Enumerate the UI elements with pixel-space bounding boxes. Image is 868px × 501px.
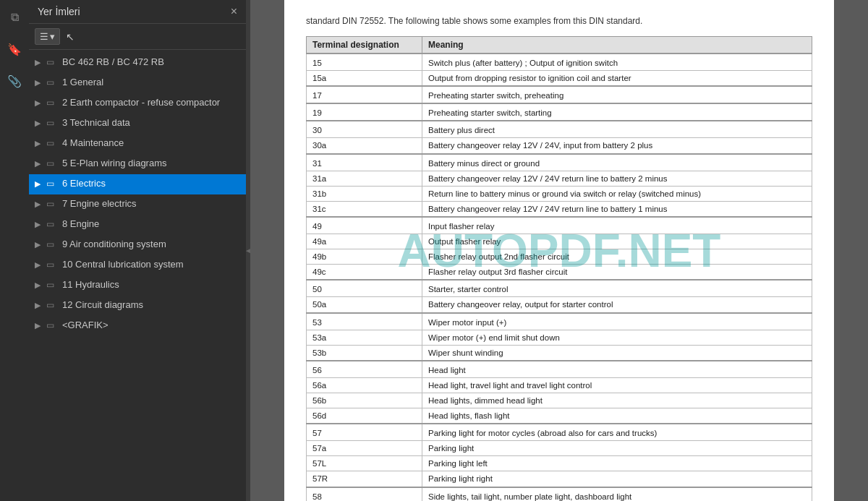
meaning-cell: Battery plus direct — [422, 121, 812, 138]
meaning-cell: Parking light left — [422, 456, 812, 471]
sidebar-item-engine-elec[interactable]: ▶▭7 Engine electrics — [29, 194, 246, 215]
nav-bookmark-icon: ▭ — [46, 56, 58, 69]
nav-item-label: 2 Earth compactor - refuse compactor — [62, 96, 240, 109]
pdf-intro: standard DIN 72552. The following table … — [306, 14, 812, 27]
terminal-cell: 31c — [307, 201, 422, 217]
table-row: 56Head light — [307, 361, 812, 378]
meaning-cell: Flasher relay output 2nd flasher circuit — [422, 249, 812, 265]
sidebar-item-engine[interactable]: ▶▭8 Engine — [29, 215, 246, 235]
sidebar-toolbar: ☰ ▾ ↖ — [29, 24, 246, 50]
dropdown-arrow-icon: ▾ — [50, 31, 55, 42]
sidebar-item-general[interactable]: ▶▭1 General — [29, 73, 246, 93]
pages-icon[interactable]: ⧉ — [3, 6, 26, 29]
meaning-cell: Wiper motor (+) end limit shut down — [422, 330, 812, 345]
table-row: 56bHead lights, dimmed head light — [307, 393, 812, 408]
bookmarks-icon[interactable]: 🔖 — [3, 38, 26, 61]
meaning-cell: Side lights, tail light, number plate li… — [422, 487, 812, 501]
nav-arrow-icon: ▶ — [35, 199, 45, 210]
nav-item-label: 4 Maintenance — [62, 137, 240, 150]
table-row: 53aWiper motor (+) end limit shut down — [307, 330, 812, 345]
sidebar-item-hydraulics[interactable]: ▶▭11 Hydraulics — [29, 275, 246, 296]
cursor-indicator: ↖ — [66, 31, 75, 43]
sidebar-item-eplan[interactable]: ▶▭5 E-Plan wiring diagrams — [29, 154, 246, 174]
nav-item-label: <GRAFIK> — [62, 319, 240, 332]
nav-arrow-icon: ▶ — [35, 300, 45, 311]
table-row: 56dHead lights, flash light — [307, 408, 812, 424]
sidebar-nav: ▶▭BC 462 RB / BC 472 RB▶▭1 General▶▭2 Ea… — [29, 50, 246, 501]
pdf-page: AUTOPDF.NET standard DIN 72552. The foll… — [284, 0, 834, 501]
nav-arrow-icon: ▶ — [35, 77, 45, 88]
sidebar-item-circuit[interactable]: ▶▭12 Circuit diagrams — [29, 296, 246, 316]
meaning-cell: Output flasher relay — [422, 234, 812, 249]
meaning-cell: Input flasher relay — [422, 217, 812, 234]
nav-bookmark-icon: ▭ — [46, 218, 58, 231]
nav-arrow-icon: ▶ — [35, 98, 45, 108]
sidebar-item-technical[interactable]: ▶▭3 Technical data — [29, 114, 246, 134]
terminal-cell: 57 — [307, 424, 422, 441]
sidebar-title: Yer İmleri — [38, 6, 80, 17]
meaning-cell: Preheating starter switch, preheating — [422, 86, 812, 103]
main-content: AUTOPDF.NET standard DIN 72552. The foll… — [250, 0, 868, 501]
sidebar-item-grafik[interactable]: ▶▭<GRAFIK> — [29, 316, 246, 336]
col-header-meaning: Meaning — [422, 37, 812, 54]
terminal-table: Terminal designation Meaning 15Switch pl… — [306, 36, 812, 501]
sidebar-header: Yer İmleri × — [29, 0, 246, 24]
sidebar-item-maintenance[interactable]: ▶▭4 Maintenance — [29, 134, 246, 154]
nav-bookmark-icon: ▭ — [46, 178, 58, 190]
table-row: 30aBattery changeover relay 12V / 24V, i… — [307, 138, 812, 154]
nav-bookmark-icon: ▭ — [46, 259, 58, 271]
terminal-cell: 15 — [307, 53, 422, 71]
nav-bookmark-icon: ▭ — [46, 299, 58, 312]
nav-bookmark-icon: ▭ — [46, 158, 58, 170]
terminal-cell: 31b — [307, 186, 422, 201]
nav-item-label: 3 Technical data — [62, 116, 240, 129]
terminal-cell: 49 — [307, 217, 422, 234]
nav-item-label: 11 Hydraulics — [62, 278, 240, 291]
nav-bookmark-icon: ▭ — [46, 97, 58, 109]
meaning-cell: Output from dropping resistor to ignitio… — [422, 71, 812, 87]
meaning-cell: Wiper motor input (+) — [422, 313, 812, 330]
terminal-cell: 56d — [307, 408, 422, 424]
nav-arrow-icon: ▶ — [35, 239, 45, 250]
sidebar-item-central-lub[interactable]: ▶▭10 Central lubrication system — [29, 255, 246, 275]
nav-bookmark-icon: ▭ — [46, 279, 58, 291]
terminal-cell: 19 — [307, 103, 422, 121]
sidebar-close-button[interactable]: × — [231, 6, 237, 17]
nav-arrow-icon: ▶ — [35, 179, 45, 189]
terminal-cell: 49b — [307, 249, 422, 265]
nav-bookmark-icon: ▭ — [46, 137, 58, 150]
meaning-cell: Preheating starter switch, starting — [422, 103, 812, 121]
nav-arrow-icon: ▶ — [35, 320, 45, 331]
terminal-cell: 57R — [307, 471, 422, 487]
nav-item-label: 1 General — [62, 76, 240, 89]
pdf-container[interactable]: AUTOPDF.NET standard DIN 72552. The foll… — [250, 0, 868, 501]
table-row: 57Parking light for motor cycles (abroad… — [307, 424, 812, 441]
table-row: 53Wiper motor input (+) — [307, 313, 812, 330]
nav-item-label: 9 Air conditioning system — [62, 238, 240, 251]
table-row: 31Battery minus direct or ground — [307, 154, 812, 171]
table-row: 17Preheating starter switch, preheating — [307, 86, 812, 103]
meaning-cell: Head lights, flash light — [422, 408, 812, 424]
sidebar-item-electrics[interactable]: ▶▭6 Electrics — [29, 174, 246, 194]
terminal-cell: 56b — [307, 393, 422, 408]
col-header-terminal: Terminal designation — [307, 37, 422, 54]
meaning-cell: Battery changeover relay 12V / 24V retur… — [422, 201, 812, 217]
sidebar-item-air[interactable]: ▶▭9 Air conditioning system — [29, 235, 246, 255]
table-row: 31cBattery changeover relay 12V / 24V re… — [307, 201, 812, 217]
nav-arrow-icon: ▶ — [35, 260, 45, 270]
attachments-icon[interactable]: 📎 — [3, 69, 26, 93]
meaning-cell: Battery changeover relay, output for sta… — [422, 297, 812, 313]
nav-item-label: 5 E-Plan wiring diagrams — [62, 157, 240, 170]
terminal-cell: 53b — [307, 345, 422, 361]
sidebar-list-button[interactable]: ☰ ▾ — [35, 28, 60, 45]
meaning-cell: Parking light right — [422, 471, 812, 487]
meaning-cell: Head light — [422, 361, 812, 378]
table-row: 50aBattery changeover relay, output for … — [307, 297, 812, 313]
sidebar-item-bc[interactable]: ▶▭BC 462 RB / BC 472 RB — [29, 53, 246, 73]
table-row: 49bFlasher relay output 2nd flasher circ… — [307, 249, 812, 265]
sidebar-item-earth[interactable]: ▶▭2 Earth compactor - refuse compactor — [29, 93, 246, 114]
table-row: 30Battery plus direct — [307, 121, 812, 138]
nav-arrow-icon: ▶ — [35, 138, 45, 149]
nav-item-label: BC 462 RB / BC 472 RB — [62, 56, 240, 69]
nav-bookmark-icon: ▭ — [46, 239, 58, 251]
